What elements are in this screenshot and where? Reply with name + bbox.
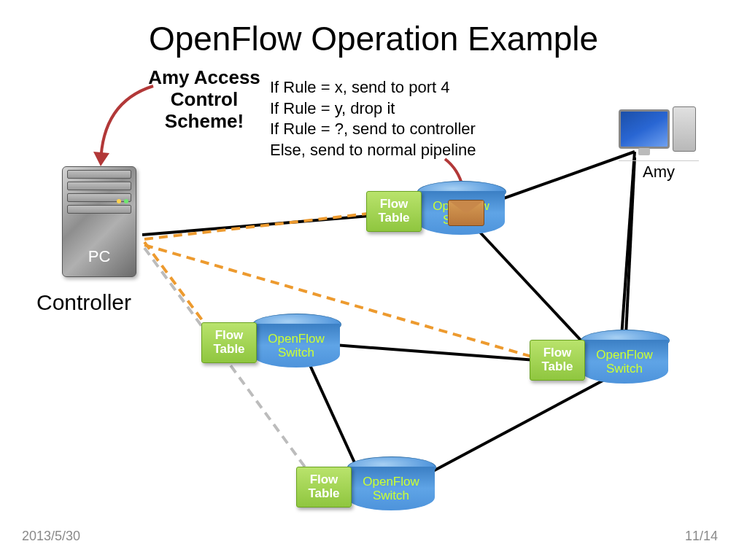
openflow-switch-icon: OpenFlow Switch [343,467,438,521]
footer-date: 2013/5/30 [22,529,80,544]
flow-table-box: FlowTable [201,322,257,363]
switch-label: OpenFlow [596,348,652,362]
flow-table-box: FlowTable [296,467,352,508]
footer-page: 11/14 [685,529,718,544]
openflow-switch-icon: OpenFlow Switch [248,324,343,378]
switch-label: Switch [278,346,314,359]
switch-label: OpenFlow [268,332,324,346]
switch-label: Switch [373,489,409,502]
controller-caption: Controller [36,290,131,315]
rule-line: If Rule = ?, send to controller [270,119,476,140]
slide-title: OpenFlow Operation Example [0,19,747,58]
flow-table-box: FlowTable [530,340,585,381]
svg-line-2 [620,152,635,357]
openflow-switch-icon: OpenFlow Switch [576,340,671,394]
svg-line-3 [474,226,597,357]
svg-marker-12 [93,152,109,166]
rule-line: If Rule = x, send to port 4 [270,77,476,98]
packet-envelope-icon [448,200,484,226]
amy-caption: Amy [619,160,699,182]
rule-line: Else, send to normal pipeline [270,140,476,161]
amy-pc-icon: Amy [619,106,699,182]
callout-access-scheme: Amy Access Control Scheme! [146,67,263,133]
controller-server-icon: PC [62,166,142,283]
rule-line: If Rule = y, drop it [270,98,476,120]
flow-table-box: FlowTable [366,191,422,232]
controller-box-label: PC [63,247,136,266]
svg-line-8 [144,211,387,239]
switch-label: Switch [606,362,643,376]
switch-label: OpenFlow [363,475,419,489]
rules-block: If Rule = x, send to port 4 If Rule = y,… [270,77,476,160]
